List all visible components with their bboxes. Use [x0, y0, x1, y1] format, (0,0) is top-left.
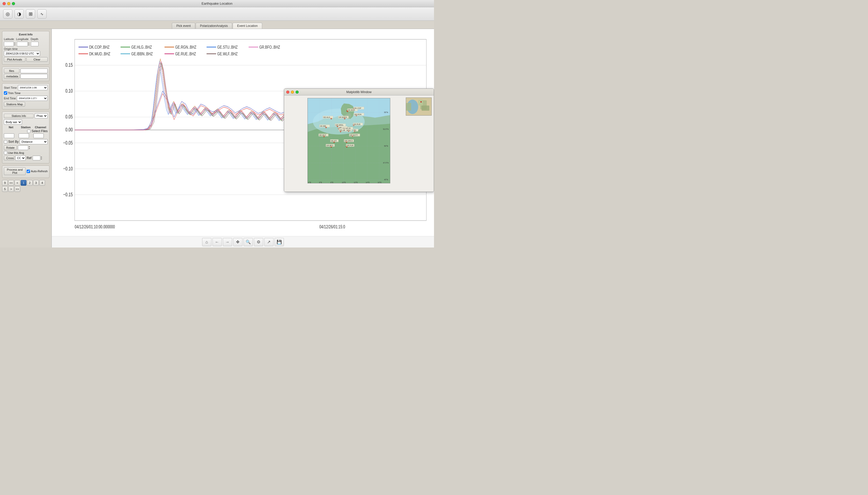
toolbar-icon-3[interactable]: ⊞ — [26, 9, 35, 19]
use-angle-label: Use this Ang — [8, 151, 24, 154]
latitude-input[interactable]: -3,41 — [4, 41, 14, 46]
sort-label: Sort — [8, 140, 14, 143]
forward-tool-button[interactable]: → — [223, 238, 232, 246]
sort-by-select[interactable]: Distance — [20, 139, 48, 144]
net-input[interactable]: DK — [4, 134, 14, 138]
page-5-button[interactable]: 5 — [2, 186, 8, 192]
lon-down-arrow[interactable]: ▼ — [28, 44, 30, 46]
svg-rect-129 — [418, 100, 423, 105]
matplotlib-body: DK.MUD DK.COP GE.HLG GR.BSEG GE.RGN GE.I… — [284, 96, 434, 192]
matplotlib-min-button[interactable] — [291, 90, 294, 93]
save-tool-button[interactable]: 💾 — [274, 238, 284, 246]
home-tool-button[interactable]: ⌂ — [202, 238, 212, 246]
plot-arrivals-clear-row: Plot Arrivals Clear — [4, 57, 48, 62]
depth-input[interactable]: 26 — [31, 41, 38, 46]
longitude-spinner[interactable]: 95,90 ▲ ▼ — [17, 41, 30, 46]
lat-up-arrow[interactable]: ▲ — [14, 42, 16, 44]
files-section: files desarrollo/multichannel/sumatra/te… — [2, 67, 49, 81]
rotate-down-arrow[interactable]: ▼ — [29, 148, 30, 150]
ref-input[interactable]: 1 — [33, 156, 40, 160]
page-next-button[interactable]: > — [8, 186, 14, 192]
files-button[interactable]: files — [4, 69, 19, 73]
svg-text:MOX: MOX — [347, 129, 351, 131]
rotate-spinner[interactable]: 340,0 ▲ ▼ — [18, 146, 30, 150]
ref-up-arrow[interactable]: ▲ — [40, 156, 43, 158]
toolbar-icon-2[interactable]: ◑ — [15, 9, 24, 19]
cross-button[interactable]: Cross — [4, 156, 14, 160]
rotate-input[interactable]: 340,0 — [18, 146, 28, 150]
lon-up-arrow[interactable]: ▲ — [28, 42, 30, 44]
channel-input[interactable] — [33, 134, 44, 138]
page-9-button[interactable]: 9 — [2, 180, 8, 186]
page-1-button[interactable]: 1 — [21, 180, 27, 186]
window-controls[interactable] — [3, 2, 15, 5]
toolbar-icon-4[interactable]: ∿ — [37, 9, 47, 19]
origin-time-select[interactable]: 2004/12/26 0:58:52 UTC — [4, 51, 40, 56]
ref-down-arrow[interactable]: ▼ — [40, 158, 43, 160]
page-4-button[interactable]: 4 — [39, 180, 45, 186]
sort-checkbox[interactable] — [4, 140, 7, 143]
body-waves-select[interactable]: Body waves — [4, 119, 22, 125]
metadata-path-input[interactable]: ollo/multichannel/sumatra/join_meta — [20, 74, 48, 79]
stations-map-button[interactable]: Stations Map — [4, 102, 25, 106]
end-time-select[interactable]: 2004/12/26 1:27:! — [17, 96, 48, 101]
matplotlib-window[interactable]: Matplotlib Window — [284, 88, 434, 192]
settings-tool-button[interactable]: ⚙ — [254, 238, 263, 246]
use-angle-row: Use this Ang — [4, 151, 24, 154]
close-button[interactable] — [3, 2, 6, 5]
page-2-button[interactable]: 2 — [27, 180, 33, 186]
page-prev-button[interactable]: < — [15, 180, 20, 186]
page-next-next-button[interactable]: >> — [15, 186, 20, 192]
rotate-up-arrow[interactable]: ▲ — [29, 146, 30, 148]
back-tool-button[interactable]: ← — [213, 238, 222, 246]
lat-lon-depth-inputs: -3,41 ▲ ▼ 95,90 ▲ ▼ 26 — [4, 41, 48, 46]
lat-down-arrow[interactable]: ▼ — [14, 44, 16, 46]
phase-select[interactable]: Phase — [35, 113, 48, 118]
lat-lon-depth-row: Latitude Longitude Depth — [4, 37, 48, 40]
matplotlib-window-controls[interactable] — [286, 90, 299, 93]
matplotlib-title: Matplotlib Window — [346, 90, 371, 94]
select-files-checkbox[interactable] — [27, 130, 31, 133]
sort-row: Sort By Distance — [4, 139, 48, 144]
pan-tool-button[interactable]: ✥ — [233, 238, 243, 246]
zoom-tool-button[interactable]: 🔍 — [244, 238, 253, 246]
stations-info-button[interactable]: Stations Info — [4, 114, 34, 118]
maximize-button[interactable] — [12, 2, 15, 5]
page-3-button[interactable]: 3 — [33, 180, 39, 186]
svg-text:GR.GRC3: GR.GRC3 — [345, 140, 353, 142]
start-time-select[interactable]: 2004/12/26 1:08: — [18, 85, 48, 90]
metadata-button[interactable]: metadata — [4, 74, 19, 79]
svg-text:GE.IBBN..BHZ: GE.IBBN..BHZ — [131, 51, 153, 56]
rotate-button[interactable]: Rotate — [4, 146, 17, 150]
tab-event-location[interactable]: Event Location — [233, 23, 262, 29]
process-plot-button[interactable]: Process and Plot — [4, 167, 26, 175]
tab-pick-event[interactable]: Pick event — [172, 23, 195, 29]
end-time-row: End Time 2004/12/26 1:27:! Stations Map — [4, 96, 48, 106]
longitude-input[interactable]: 95,90 — [17, 41, 28, 46]
files-path-input[interactable]: desarrollo/multichannel/sumatra/test — [20, 69, 48, 73]
toolbar-icon-1[interactable]: ◎ — [3, 9, 13, 19]
page-prev-prev-button[interactable]: << — [8, 180, 14, 186]
svg-text:GR.NRDL: GR.NRDL — [335, 124, 344, 126]
world-minimap — [406, 98, 432, 116]
window-title: Earthquake Location — [202, 2, 232, 5]
latitude-label: Latitude — [4, 37, 14, 40]
tab-polarization[interactable]: PolarizationAnalysis — [196, 23, 232, 29]
cc-select[interactable]: CC — [15, 155, 26, 160]
auto-refresh-checkbox[interactable] — [27, 170, 30, 173]
matplotlib-close-button[interactable] — [286, 90, 289, 93]
trim-time-label: Trim Time — [8, 91, 20, 95]
clear-button[interactable]: Clear — [27, 57, 48, 62]
svg-text:GE.RGN: GE.RGN — [354, 114, 362, 115]
station-input[interactable] — [19, 134, 29, 138]
use-angle-checkbox[interactable] — [4, 151, 7, 154]
ref-spinner[interactable]: 1 ▲ ▼ — [33, 156, 43, 160]
main-toolbar: ◎ ◑ ⊞ ∿ — [0, 7, 434, 21]
trim-time-checkbox[interactable] — [4, 91, 7, 95]
matplotlib-max-button[interactable] — [296, 90, 299, 93]
trend-tool-button[interactable]: ↗ — [264, 238, 273, 246]
latitude-spinner[interactable]: -3,41 ▲ ▼ — [4, 41, 16, 46]
ref-label: Ref — [27, 156, 32, 160]
minimize-button[interactable] — [7, 2, 10, 5]
plot-arrivals-button[interactable]: Plot Arrivals — [4, 57, 26, 62]
